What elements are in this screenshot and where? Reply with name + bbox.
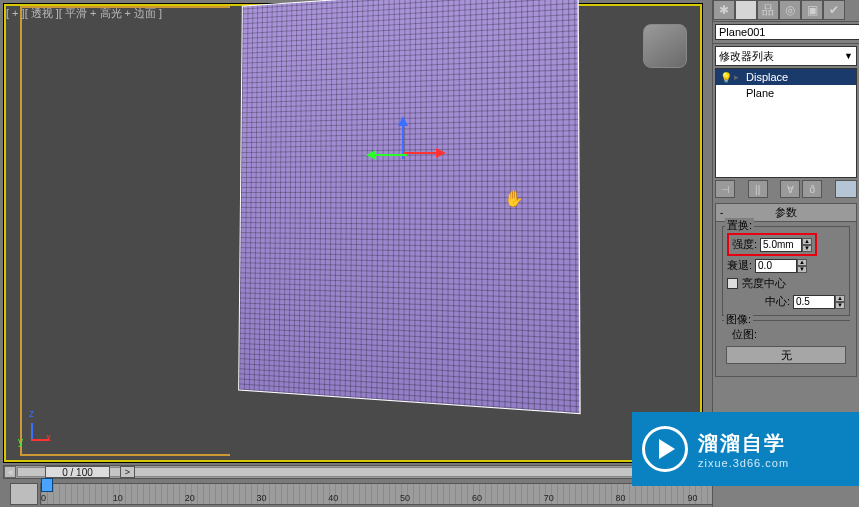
param-row-decay: 衰退: ▲▼	[727, 258, 845, 273]
watermark-text: 溜溜自学	[698, 430, 789, 457]
decay-spinner[interactable]: ▲▼	[755, 259, 807, 273]
tick-label: 80	[616, 493, 626, 503]
viewcube[interactable]	[643, 24, 687, 68]
center-spinner[interactable]: ▲▼	[793, 295, 845, 309]
tab-motion[interactable]: ◎	[779, 0, 801, 20]
tick-label: 70	[544, 493, 554, 503]
group-label: 图像:	[724, 312, 753, 327]
tick-label: 40	[328, 493, 338, 503]
luminance-center-checkbox[interactable]: 亮度中心	[727, 276, 845, 291]
tick-label: 50	[400, 493, 410, 503]
watermark-overlay: 溜溜自学 zixue.3d66.com	[632, 412, 859, 486]
group-displacement: 置换: 强度: ▲▼ 衰退: ▲▼	[722, 226, 850, 316]
decay-input[interactable]	[755, 259, 797, 273]
decay-label: 衰退:	[727, 258, 752, 273]
visibility-bulb-icon[interactable]: 💡	[720, 72, 730, 83]
modifier-list-label: 修改器列表	[719, 49, 774, 64]
spinner-down-icon[interactable]: ▼	[797, 266, 807, 273]
pan-cursor-icon: ✋	[504, 189, 524, 208]
viewport[interactable]: [ + ][ 透视 ][ 平滑 + 高光 + 边面 ] ✋ z x y	[3, 3, 703, 463]
frame-counter[interactable]: 0 / 100	[45, 466, 110, 478]
scroll-left-icon[interactable]: ◄	[4, 466, 16, 478]
spinner-down-icon[interactable]: ▼	[835, 302, 845, 309]
tab-display[interactable]: ▣	[801, 0, 823, 20]
ground-grid-edge	[20, 6, 230, 456]
highlight-strength: 强度: ▲▼	[727, 233, 817, 256]
watermark-url: zixue.3d66.com	[698, 457, 789, 469]
configure-sets-button[interactable]	[835, 180, 857, 198]
tab-hierarchy[interactable]: 品	[757, 0, 779, 20]
strength-spinner[interactable]: ▲▼	[760, 238, 812, 252]
rollout-toggle-icon: -	[720, 207, 723, 218]
strength-input[interactable]	[760, 238, 802, 252]
param-row-strength: 强度: ▲▼	[727, 233, 845, 256]
tab-utilities[interactable]: ✔	[823, 0, 845, 20]
center-input[interactable]	[793, 295, 835, 309]
command-panel-tabs: ✱ ☄ 品 ◎ ▣ ✔	[713, 0, 859, 22]
play-icon	[642, 426, 688, 472]
plane-object[interactable]	[238, 0, 581, 414]
world-axis-icon: z x y	[24, 414, 54, 444]
tick-label: 0	[41, 493, 46, 503]
object-name-input[interactable]	[715, 24, 859, 40]
luminance-center-label: 亮度中心	[742, 276, 786, 291]
tab-modify[interactable]: ☄	[735, 0, 757, 20]
tick-label: 90	[687, 493, 697, 503]
strength-label: 强度:	[732, 237, 757, 252]
param-row-center: 中心: ▲▼	[727, 294, 845, 309]
tick-label: 10	[113, 493, 123, 503]
rollout-parameters: - 参数 置换: 强度: ▲▼ 衰退:	[715, 203, 857, 377]
tick-label: 20	[185, 493, 195, 503]
rollout-title: 参数	[775, 205, 797, 220]
tab-create[interactable]: ✱	[713, 0, 735, 20]
group-image: 图像: 位图: 无	[722, 320, 850, 368]
bitmap-label: 位图:	[732, 327, 846, 342]
stack-item-displace[interactable]: 💡 ▸ Displace	[716, 69, 856, 85]
tick-label: 60	[472, 493, 482, 503]
spinner-up-icon[interactable]: ▲	[802, 238, 812, 245]
center-label: 中心:	[765, 294, 790, 309]
frame-go-button[interactable]: >	[120, 466, 135, 478]
spinner-down-icon[interactable]: ▼	[802, 245, 812, 252]
time-marker[interactable]	[41, 478, 53, 492]
bitmap-none-button[interactable]: 无	[726, 346, 846, 364]
modifier-list-dropdown[interactable]: 修改器列表 ▼	[715, 46, 857, 66]
checkbox-icon[interactable]	[727, 278, 738, 289]
spinner-up-icon[interactable]: ▲	[835, 295, 845, 302]
pin-stack-button[interactable]: ⊣	[715, 180, 735, 198]
dropdown-arrow-icon: ▼	[844, 51, 853, 61]
spinner-up-icon[interactable]: ▲	[797, 259, 807, 266]
remove-modifier-button[interactable]: ð	[802, 180, 822, 198]
make-unique-button[interactable]: ∀	[780, 180, 800, 198]
group-label: 置换:	[725, 218, 754, 233]
stack-item-label: Displace	[746, 71, 788, 83]
stack-item-plane[interactable]: Plane	[716, 85, 856, 101]
time-config-button[interactable]	[10, 483, 38, 505]
expander-icon[interactable]: ▸	[734, 72, 742, 82]
tick-label: 30	[256, 493, 266, 503]
modifier-stack[interactable]: 💡 ▸ Displace Plane	[715, 68, 857, 178]
modifier-stack-toolbar: ⊣ || ∀ ð	[715, 180, 857, 200]
stack-item-label: Plane	[746, 87, 774, 99]
show-end-result-button[interactable]: ||	[748, 180, 768, 198]
scroll-thumb[interactable]	[17, 467, 677, 477]
